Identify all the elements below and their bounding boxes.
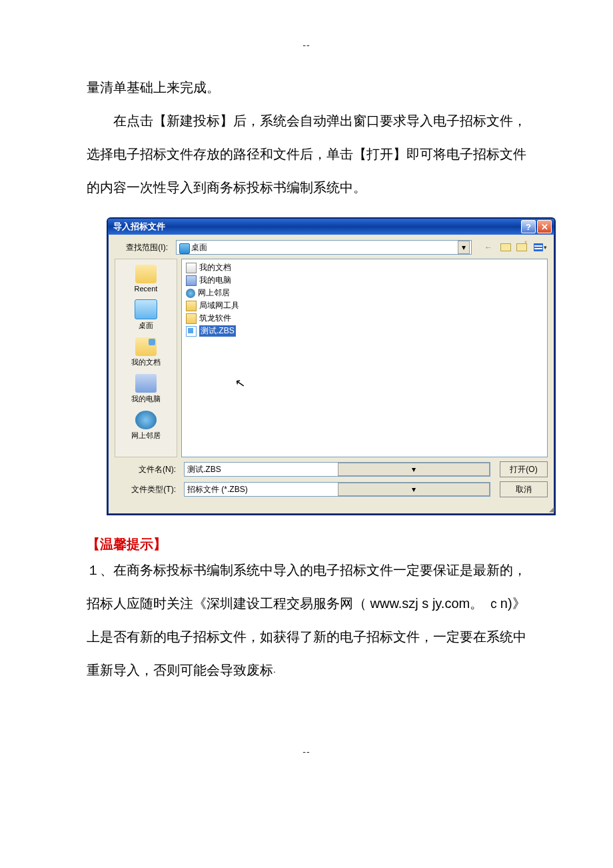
tip-body: １、在商务标投标书编制系统中导入的电子招标文件一定要保证是最新的，招标人应随时关… xyxy=(87,553,526,687)
file-item[interactable]: 我的电脑 xyxy=(185,274,544,287)
mydocs-icon xyxy=(135,337,157,356)
lookin-dropdown-button[interactable]: ▾ xyxy=(458,241,470,254)
dialog-titlebar: 导入招标文件 ? ✕ xyxy=(108,219,554,235)
places-mydocs[interactable]: 我的文档 xyxy=(115,335,177,371)
mycomputer-icon xyxy=(135,374,157,393)
file-item[interactable]: 网上邻居 xyxy=(185,287,544,299)
network-file-icon xyxy=(186,289,195,298)
cancel-button[interactable]: 取消 xyxy=(500,481,548,497)
computer-file-icon xyxy=(186,275,197,286)
recent-icon xyxy=(135,265,157,283)
filename-label: 文件名(N): xyxy=(115,464,180,475)
back-icon[interactable]: ← xyxy=(481,240,496,255)
file-list[interactable]: 我的文档 我的电脑 网上邻居 局域网工具 xyxy=(181,259,548,457)
lookin-value: 桌面 xyxy=(178,242,458,253)
desktop-icon xyxy=(179,243,190,254)
page-header-dash: -- xyxy=(87,40,526,51)
folder-icon xyxy=(186,301,197,311)
filename-input[interactable]: 测试.ZBS ▾ xyxy=(184,462,490,477)
tip-heading: 【温馨提示】 xyxy=(87,535,526,553)
dialog-toolbar: ← xyxy=(481,240,548,255)
folder-icon xyxy=(186,313,197,324)
body-text-block: 量清单基础上来完成。 在点击【新建投标】后，系统会自动弹出窗口要求导入电子招标文… xyxy=(87,71,526,204)
desktop-place-icon xyxy=(135,299,157,319)
prose-line1: 量清单基础上来完成。 xyxy=(87,80,220,95)
filetype-dropdown-button[interactable]: ▾ xyxy=(338,483,490,496)
resize-grip-icon[interactable]: ◢ xyxy=(108,505,554,514)
filetype-label: 文件类型(T): xyxy=(115,484,180,495)
file-item[interactable]: 筑龙软件 xyxy=(185,312,544,325)
places-network[interactable]: 网上邻居 xyxy=(115,408,177,445)
new-folder-icon[interactable] xyxy=(516,240,530,255)
places-recent[interactable]: Recent xyxy=(115,262,177,297)
mydocs-file-icon xyxy=(186,263,197,273)
places-mycomputer[interactable]: 我的电脑 xyxy=(115,371,177,408)
tip-body-text: １、在商务标投标书编制系统中导入的电子招标文件一定要保证是最新的，招标人应随时关… xyxy=(87,563,526,677)
zbs-file-icon xyxy=(186,326,197,337)
file-item[interactable]: 局域网工具 xyxy=(185,299,544,312)
page-footer-dash: -- xyxy=(87,747,526,757)
places-bar: Recent 桌面 我的文档 我的电脑 xyxy=(115,259,177,457)
network-icon xyxy=(135,411,157,429)
lookin-label: 查找范围(I): xyxy=(115,242,172,253)
lookin-combo[interactable]: 桌面 ▾ xyxy=(176,240,472,255)
filetype-combo[interactable]: 招标文件 (*.ZBS) ▾ xyxy=(184,482,490,497)
places-desktop[interactable]: 桌面 xyxy=(115,297,177,335)
help-button[interactable]: ? xyxy=(521,220,536,233)
cursor-icon: ↖ xyxy=(234,375,247,391)
up-one-level-icon[interactable] xyxy=(498,240,513,255)
dialog-title: 导入招标文件 xyxy=(113,221,520,233)
view-menu-icon[interactable] xyxy=(533,240,548,255)
open-button[interactable]: 打开(O) xyxy=(500,461,548,477)
file-item[interactable]: 我的文档 xyxy=(185,261,544,274)
prose-para2: 在点击【新建投标】后，系统会自动弹出窗口要求导入电子招标文件，选择电子招标文件存… xyxy=(87,104,526,204)
tip-body-stop: . xyxy=(273,664,276,675)
filename-dropdown-button[interactable]: ▾ xyxy=(338,463,490,476)
file-item-selected[interactable]: 测试.ZBS xyxy=(185,325,544,337)
close-button[interactable]: ✕ xyxy=(537,220,552,233)
import-dialog: 导入招标文件 ? ✕ 查找范围(I): 桌面 ▾ ← xyxy=(107,217,556,515)
